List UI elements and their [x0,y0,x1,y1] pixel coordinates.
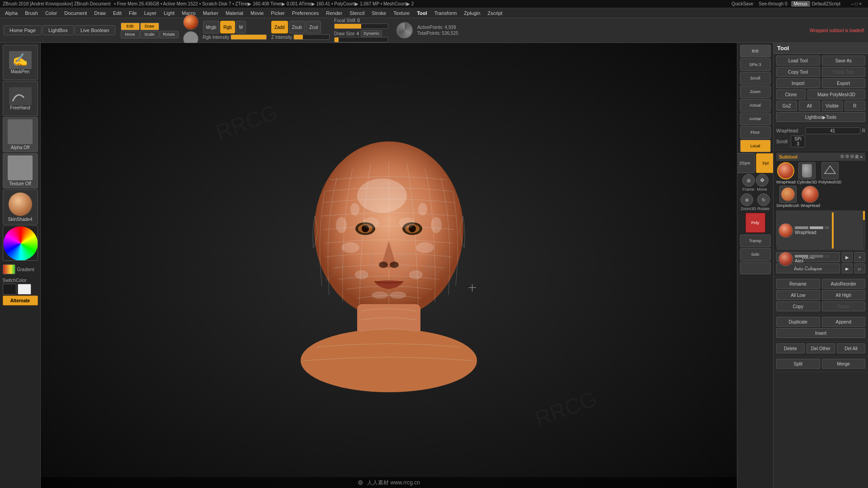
toggle-bar-2[interactable] [810,226,823,229]
subtool-dot2[interactable] [845,155,849,158]
copy-tool-btn[interactable]: Copy Tool [776,67,820,77]
r-btn[interactable]: R [844,101,865,111]
scale-btn[interactable]: Scale [140,31,159,38]
del-other-btn[interactable]: Del Other [807,343,835,353]
dynamic-btn[interactable]: Dynamic [361,30,382,37]
subtool-dot1[interactable] [840,155,844,158]
transp2-btn[interactable] [740,262,771,274]
menu-transform[interactable]: Transform [431,9,460,17]
visible-btn[interactable]: Visible [822,101,843,111]
actual-btn[interactable]: Actual [740,99,771,112]
frame-btn[interactable]: ⊞ [742,174,755,187]
move-btn[interactable]: Move [121,31,140,38]
aahar-btn[interactable]: AAHar [740,113,771,125]
mask-pen-brush[interactable]: ✍ MaskPen [3,45,38,80]
menu-preferences[interactable]: Preferences [289,9,322,17]
del-all-btn[interactable]: Del All [837,343,865,353]
menu-brush[interactable]: Brush [22,9,41,17]
subtool-plus[interactable]: + [860,155,863,160]
subtool-thumb-simple[interactable]: SimpleBrush [776,186,799,208]
subtool-thumb-cylinder[interactable]: Cylinder3D [797,162,817,184]
z-intensity-slider[interactable] [293,34,330,40]
subtool-item-alex[interactable]: Alex [777,250,865,268]
rename-btn[interactable]: Rename [776,279,820,289]
menu-stroke[interactable]: Stroke [368,9,389,17]
append-btn[interactable]: Append [822,317,866,327]
toggle-bar-1[interactable] [795,226,808,229]
menu-material[interactable]: Material [222,9,246,17]
clone-btn[interactable]: Clone [776,89,806,99]
goz-btn[interactable]: GoZ [776,101,797,111]
edit-btn[interactable]: Edit [121,23,140,30]
save-as-btn[interactable]: Save As [822,56,866,66]
all-btn[interactable]: All [799,101,820,111]
menu-marker[interactable]: Marker [200,9,222,17]
see-through[interactable]: See-through 0 [759,1,787,6]
menu-light[interactable]: Light [160,9,178,17]
alex-toggle-1[interactable] [795,255,808,258]
default-zscript[interactable]: DefaultZScript [812,1,840,6]
menu-file[interactable]: File [126,9,140,17]
live-boolean-tab[interactable]: Live Boolean [75,25,115,35]
load-tool-btn[interactable]: Load Tool [776,56,820,66]
copy-btn[interactable]: Copy [776,301,820,311]
all-high-btn[interactable]: All High [822,290,866,300]
rgb-btn[interactable]: Rgb [220,21,235,33]
m-btn[interactable]: M [236,21,246,33]
spix-btn[interactable]: SPix 3 [740,58,771,71]
xyz-btn[interactable]: Xyz [756,153,776,173]
menu-color[interactable]: Color [42,9,60,17]
zoom3d-btn[interactable]: ⊕ [741,193,753,206]
focal-shift-slider[interactable] [334,23,388,29]
free-hand-brush[interactable]: FreeHand [3,81,38,116]
draw-btn[interactable]: Draw [140,23,159,30]
texture-off-btn[interactable]: Texture Off [3,153,38,188]
transp-btn[interactable]: Transp [740,235,771,247]
swatch-dark[interactable] [3,284,16,295]
alpha-off-btn[interactable]: Alpha Off [3,117,38,152]
brb-btn[interactable]: BrB [740,45,771,57]
paste-tool-btn[interactable]: Paste Tool [822,67,866,77]
menu-picker[interactable]: Picker [268,9,288,17]
scroll-btn[interactable]: Scroll [740,72,771,84]
zsub-btn[interactable]: Zsub [289,21,305,33]
color-sphere-btn[interactable] [183,14,198,30]
subtool-thumb-poly[interactable]: PolyMesh3D [818,162,841,184]
local-btn[interactable]: Local [740,140,771,152]
menu-zplugin[interactable]: Zplugin [461,9,483,17]
gyro-icon[interactable] [396,22,413,38]
subtool-thumb-wraphead[interactable]: WrapHead [776,162,796,184]
menu-edit[interactable]: Edit [110,9,125,17]
toggle-bar-3[interactable] [825,226,829,229]
gradient-item[interactable]: Gradient [3,263,38,276]
menu-layer[interactable]: Layer [141,9,160,17]
quicksave-btn[interactable]: QuickSave [731,1,753,6]
home-page-tab[interactable]: Home Page [4,25,42,35]
lightbox-tools-btn[interactable]: Lightbox▶Tools [776,112,865,122]
menu-tool[interactable]: Tool [414,9,430,17]
auto-reorder-btn[interactable]: AutoReorder [822,279,866,289]
lightbox-tab[interactable]: LightBox [42,25,74,35]
zadd-btn[interactable]: Zadd [271,21,288,33]
poly-btn[interactable]: Poly [745,213,765,233]
merge-btn[interactable]: Merge [822,359,866,369]
wrap-head-value[interactable]: 41 [805,127,860,134]
rgb-intensity-slider[interactable] [231,34,267,40]
alex-toggle-3[interactable] [825,255,829,258]
menu-document[interactable]: Document [61,9,90,17]
subtool-thumb-wraphead-2[interactable]: WrapHead [801,186,820,208]
menu-render[interactable]: Render [323,9,345,17]
zsym-btn[interactable]: ZSym [735,153,755,173]
zoom-btn[interactable]: Zoom [740,85,771,98]
solo-btn[interactable]: Solo [740,248,771,261]
subtool-dot3[interactable] [850,155,854,158]
menu-alpha[interactable]: Alpha [2,9,21,17]
material-btn[interactable]: SkinShade4 [3,189,38,225]
split-btn[interactable]: Split [776,359,820,369]
mrgb-btn[interactable]: Mrgb [203,21,220,33]
menu-movie[interactable]: Movie [247,9,267,17]
paste-btn[interactable]: Paste [822,301,866,311]
color-picker-btn[interactable] [3,225,38,261]
draw-size-slider[interactable] [334,37,388,42]
import-btn[interactable]: Import [776,78,820,88]
